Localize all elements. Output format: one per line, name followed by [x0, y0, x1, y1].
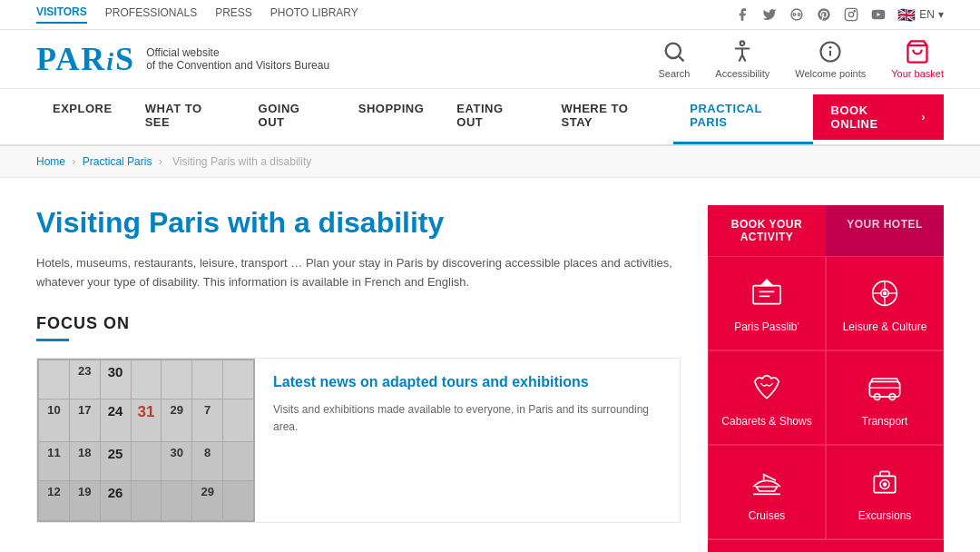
svg-point-7 [666, 44, 681, 58]
tab-book-activity[interactable]: BOOK YOUR ACTIVITY [708, 205, 826, 256]
top-nav-press[interactable]: PRESS [215, 6, 252, 23]
cabarets-icon [747, 368, 787, 408]
right-sidebar: BOOK YOUR ACTIVITY YOUR HOTEL Paris Pass… [708, 205, 944, 552]
instagram-icon[interactable] [843, 6, 859, 23]
focus-on-label: FOCUS ON [36, 314, 681, 333]
tripadvisor-icon[interactable] [789, 6, 805, 23]
svg-point-4 [849, 12, 854, 16]
logo-area: PARiS Official website of the Convention… [36, 40, 329, 78]
transport-icon [865, 368, 905, 408]
svg-rect-3 [846, 8, 858, 20]
sidebar-cell-cruises[interactable]: Cruises [708, 445, 826, 539]
top-nav-visitors[interactable]: VISITORS [36, 5, 87, 24]
language-selector[interactable]: 🇬🇧 EN ▾ [897, 6, 944, 24]
main-content: Visiting Paris with a disability Hotels,… [0, 178, 980, 552]
arrow-icon: › [921, 110, 926, 123]
sidebar-cell-cabarets[interactable]: Cabarets & Shows [708, 350, 826, 445]
twitter-icon[interactable] [761, 6, 778, 23]
cruises-label: Cruises [749, 509, 786, 522]
social-icons: 🇬🇧 EN ▾ [734, 6, 944, 24]
passlib-label: Paris Passlib' [734, 320, 799, 333]
top-nav-professionals[interactable]: PROFESSIONALS [105, 6, 197, 23]
focus-card-text: Latest news on adapted tours and exhibit… [255, 359, 680, 522]
top-nav: VISITORS PROFESSIONALS PRESS PHOTO LIBRA… [36, 5, 358, 24]
focus-card[interactable]: 23 30 10 17 24 31 29 7 [36, 358, 681, 523]
info-icon [818, 39, 843, 64]
search-action[interactable]: Search [658, 39, 690, 79]
search-icon [662, 39, 687, 64]
see-more-bar[interactable]: See more offers › [708, 539, 944, 552]
basket-icon [905, 39, 930, 64]
accessibility-action[interactable]: Accessibility [715, 39, 769, 79]
breadcrumb: Home › Practical Paris › Visiting Paris … [0, 146, 980, 178]
sidebar-cell-leisure[interactable]: Leisure & Culture [826, 256, 944, 350]
breadcrumb-current: Visiting Paris with a disability [172, 155, 311, 168]
logo-subtitle: Official website of the Convention and V… [146, 46, 329, 72]
svg-rect-25 [869, 381, 899, 397]
svg-point-20 [883, 291, 886, 294]
accessibility-icon [730, 39, 755, 64]
breadcrumb-practical-paris[interactable]: Practical Paris [83, 155, 152, 168]
page-title: Visiting Paris with a disability [36, 205, 681, 240]
svg-line-8 [679, 56, 683, 61]
excursions-label: Excursions [858, 509, 912, 522]
facebook-icon[interactable] [734, 6, 750, 23]
focus-underline [36, 339, 69, 341]
leisure-label: Leisure & Culture [843, 320, 927, 333]
nav-eating-out[interactable]: EATING OUT [440, 89, 544, 144]
top-nav-photo-library[interactable]: PHOTO LIBRARY [270, 6, 358, 23]
leisure-icon [865, 273, 905, 313]
basket-action[interactable]: Your basket [891, 39, 944, 79]
svg-marker-15 [760, 280, 772, 286]
svg-point-33 [883, 483, 886, 486]
svg-point-5 [854, 11, 855, 12]
cruises-icon [747, 462, 787, 502]
focus-card-image: 23 30 10 17 24 31 29 7 [37, 359, 255, 522]
svg-rect-14 [753, 286, 780, 304]
welcome-points-action[interactable]: Welcome points [795, 39, 866, 79]
sidebar-cell-transport[interactable]: Transport [826, 350, 944, 445]
site-logo[interactable]: PARiS [36, 40, 135, 78]
site-header: PARiS Official website of the Convention… [0, 30, 980, 89]
sidebar-tabs: BOOK YOUR ACTIVITY YOUR HOTEL [708, 205, 944, 256]
tab-your-hotel[interactable]: YOUR HOTEL [826, 205, 944, 256]
sidebar-cell-passlib[interactable]: Paris Passlib' [708, 256, 826, 350]
svg-point-9 [740, 41, 745, 45]
header-actions: Search Accessibility Welcome points Yo [658, 39, 944, 79]
passlib-icon [747, 273, 787, 313]
sidebar-grid: Paris Passlib' Leisure & Culture [708, 256, 944, 539]
nav-going-out[interactable]: GOING OUT [242, 89, 342, 144]
focus-card-description: Visits and exhibitions made available to… [273, 401, 662, 436]
svg-point-1 [793, 14, 796, 16]
excursions-icon [865, 462, 905, 502]
youtube-icon[interactable] [870, 6, 887, 23]
page-description: Hotels, museums, restaurants, leisure, t… [36, 254, 681, 292]
breadcrumb-home[interactable]: Home [36, 155, 65, 168]
nav-items: EXPLORE WHAT TO SEE GOING OUT SHOPPING E… [36, 89, 813, 144]
nav-what-to-see[interactable]: WHAT TO SEE [129, 89, 242, 144]
top-bar: VISITORS PROFESSIONALS PRESS PHOTO LIBRA… [0, 0, 980, 30]
main-nav: EXPLORE WHAT TO SEE GOING OUT SHOPPING E… [0, 89, 980, 146]
pinterest-icon[interactable] [816, 6, 832, 23]
svg-point-2 [799, 14, 801, 16]
sidebar-cell-excursions[interactable]: Excursions [826, 445, 944, 539]
nav-practical-paris[interactable]: PRACTICAL PARIS [673, 89, 812, 144]
transport-label: Transport [862, 415, 908, 428]
nav-explore[interactable]: EXPLORE [36, 89, 129, 144]
focus-card-title: Latest news on adapted tours and exhibit… [273, 373, 662, 392]
book-online-button[interactable]: BOOK ONLINE › [813, 94, 944, 140]
left-content: Visiting Paris with a disability Hotels,… [36, 205, 708, 523]
nav-where-to-stay[interactable]: WHERE TO STAY [545, 89, 674, 144]
nav-shopping[interactable]: SHOPPING [342, 89, 441, 144]
cabarets-label: Cabarets & Shows [721, 415, 811, 428]
